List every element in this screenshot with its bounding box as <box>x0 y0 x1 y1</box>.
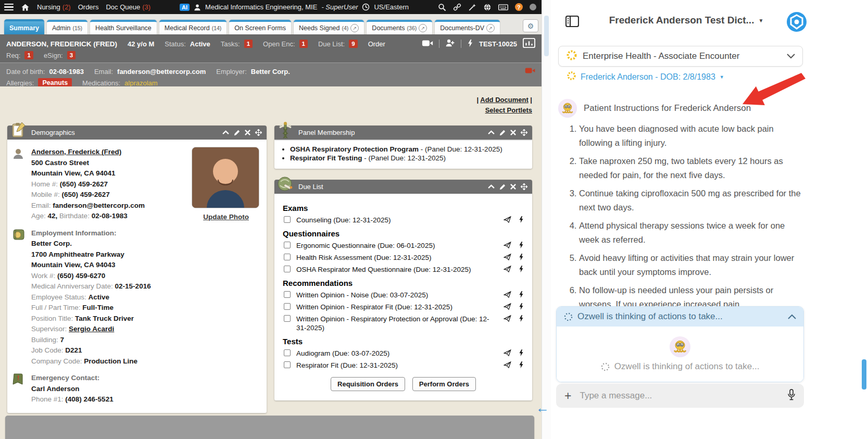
tab-health-surveillance[interactable]: Health Surveillance <box>90 20 157 34</box>
perform-order-bolt-icon[interactable] <box>519 315 524 322</box>
due-item-checkbox[interactable] <box>284 361 291 368</box>
chevron-up-icon[interactable] <box>788 314 796 319</box>
perform-orders-button[interactable]: Perform Orders <box>412 377 476 391</box>
perform-order-bolt-icon[interactable] <box>519 241 524 249</box>
external-link-icon[interactable]: ↗ <box>486 24 495 32</box>
ai-badge[interactable]: AI <box>180 4 190 11</box>
collapse-icon[interactable] <box>222 130 229 135</box>
globe-icon[interactable] <box>483 3 492 11</box>
external-link-icon[interactable]: ↗ <box>419 24 427 32</box>
patient-name-link[interactable]: Anderson, Frederick (Fred) <box>31 148 121 156</box>
req-count-badge[interactable]: 1 <box>24 51 33 59</box>
tab-needs-signed-count: (4) <box>342 25 349 31</box>
tab-summary[interactable]: Summary <box>4 19 44 34</box>
encounter-selector[interactable]: Enterprise Health - Associate Encounter <box>558 46 803 67</box>
due-item-checkbox[interactable] <box>284 242 291 248</box>
tab-documents[interactable]: Documents (36) ↗ <box>367 20 432 34</box>
thinking-card-header[interactable]: Ozwell is thinking of actions to take... <box>557 307 803 327</box>
tab-settings-button[interactable]: ⚙ <box>523 19 538 32</box>
conversation-title-dropdown[interactable]: Frederick Anderson Test Dict...▼ <box>582 15 790 26</box>
send-order-icon[interactable] <box>504 253 511 261</box>
due-item-checkbox[interactable] <box>284 254 291 260</box>
send-order-icon[interactable] <box>504 265 511 273</box>
esign-count-badge[interactable]: 3 <box>67 51 76 59</box>
select-portlets-link[interactable]: Select Portlets <box>485 106 532 114</box>
tab-needs-signed[interactable]: Needs Signed (4) ↗ <box>294 20 364 34</box>
move-icon[interactable] <box>521 129 527 136</box>
edit-icon[interactable] <box>499 184 506 190</box>
thinking-card: Ozwell is thinking of actions to take...… <box>556 306 804 382</box>
tab-on-screen-forms[interactable]: On Screen Forms <box>229 20 291 34</box>
send-order-icon[interactable] <box>504 315 511 322</box>
nav-doc-queue[interactable]: Doc Queue (3) <box>106 3 150 11</box>
add-document-link[interactable]: Add Document <box>480 96 528 104</box>
perform-order-bolt-icon[interactable] <box>519 216 524 223</box>
message-input[interactable] <box>578 390 780 402</box>
video-call-icon[interactable] <box>422 40 433 48</box>
send-order-icon[interactable] <box>504 241 511 249</box>
close-icon[interactable] <box>510 184 516 190</box>
panel-due: - (Panel Due: 12-31-2025) <box>419 145 502 153</box>
perform-order-bolt-icon[interactable] <box>519 303 524 310</box>
medications-value[interactable]: alprazolam <box>124 79 158 87</box>
external-link-icon[interactable]: ↗ <box>350 24 359 32</box>
requisition-orders-button[interactable]: Requisition Orders <box>331 377 405 391</box>
due-item-checkbox[interactable] <box>284 315 291 322</box>
hamburger-menu-icon[interactable] <box>4 4 14 11</box>
due-item-checkbox[interactable] <box>284 216 291 223</box>
perform-order-bolt-icon[interactable] <box>519 253 524 261</box>
tab-admin[interactable]: Admin (15) <box>47 20 87 34</box>
recording-camera-icon[interactable] <box>525 67 535 76</box>
edit-icon[interactable] <box>499 130 506 136</box>
send-order-icon[interactable] <box>504 303 511 310</box>
due-item-checkbox[interactable] <box>284 349 291 356</box>
tab-medical-record[interactable]: Medical Record (14) <box>159 20 227 34</box>
perform-order-bolt-icon[interactable] <box>519 291 524 298</box>
perform-order-bolt-icon[interactable] <box>519 361 524 369</box>
due-item-label: Written Opinion - Respirator Fit (Due: 1… <box>296 303 452 311</box>
send-order-icon[interactable] <box>504 291 511 298</box>
due-list-count-badge[interactable]: 9 <box>349 40 357 48</box>
ozwell-logo[interactable] <box>786 11 807 34</box>
wand-icon[interactable] <box>468 3 476 11</box>
move-icon[interactable] <box>521 183 527 190</box>
send-order-icon[interactable] <box>504 349 511 357</box>
supervisor-link[interactable]: Sergio Acardi <box>69 325 114 333</box>
main-scrollbar-thumb[interactable] <box>544 16 549 56</box>
patient-context-dropdown[interactable]: Frederick Anderson - DOB: 2/8/1983 ▼ <box>567 71 724 83</box>
due-item-checkbox[interactable] <box>284 291 291 298</box>
company-code-value: Production Line <box>84 357 137 365</box>
open-enc-count-badge[interactable]: 1 <box>299 40 308 48</box>
attach-plus-button[interactable]: + <box>564 390 571 402</box>
move-icon[interactable] <box>255 129 262 136</box>
sidebar-scrollbar-thumb[interactable] <box>862 359 866 390</box>
home-icon[interactable] <box>21 3 30 11</box>
add-person-icon[interactable] <box>445 39 455 48</box>
collapse-icon[interactable] <box>488 184 495 189</box>
tab-documents-dv[interactable]: Documents-DV ↗ <box>435 20 500 34</box>
edit-icon[interactable] <box>234 130 240 136</box>
chart-stats-icon[interactable] <box>523 38 535 49</box>
help-icon[interactable]: ? <box>515 3 523 11</box>
collapse-icon[interactable] <box>488 130 495 135</box>
tasks-count-badge[interactable]: 1 <box>244 40 253 48</box>
due-item-checkbox[interactable] <box>284 266 291 272</box>
search-icon[interactable] <box>438 3 446 11</box>
sidebar-collapse-arrow[interactable]: ← <box>536 400 549 416</box>
microphone-icon[interactable] <box>787 389 796 403</box>
send-order-icon[interactable] <box>504 216 511 223</box>
nav-nursing[interactable]: Nursing (2) <box>37 3 71 11</box>
send-order-icon[interactable] <box>504 361 511 369</box>
due-item-checkbox[interactable] <box>284 303 291 310</box>
patient-name: ANDERSON, FREDERICK (FRED) <box>6 40 117 48</box>
order-link[interactable]: Order <box>368 40 385 48</box>
close-icon[interactable] <box>245 130 250 135</box>
perform-order-bolt-icon[interactable] <box>519 265 524 273</box>
link-icon[interactable] <box>453 3 461 11</box>
close-icon[interactable] <box>510 130 516 135</box>
panel-toggle-icon[interactable] <box>565 16 579 29</box>
perform-order-bolt-icon[interactable] <box>519 349 524 357</box>
quick-action-bolt-icon[interactable] <box>467 39 473 49</box>
nav-orders[interactable]: Orders <box>78 3 99 11</box>
keyboard-icon[interactable] <box>498 4 508 11</box>
